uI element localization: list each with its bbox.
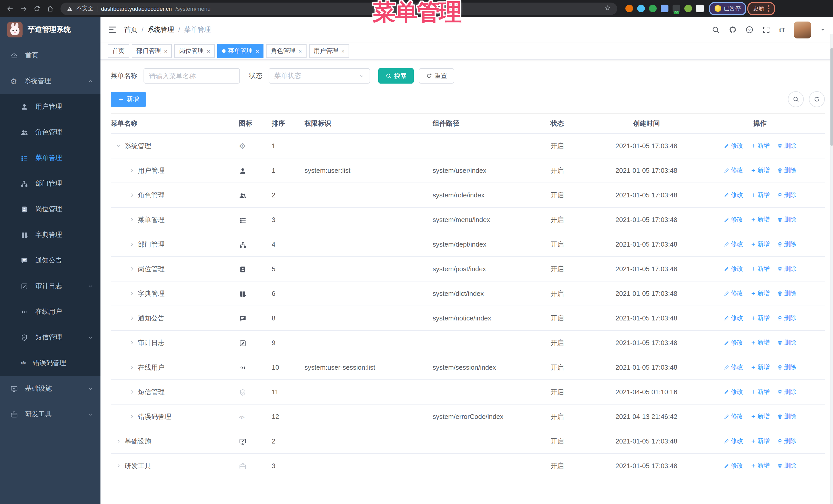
menu-name-input[interactable] — [144, 68, 240, 83]
bookmark-star-icon[interactable] — [604, 5, 611, 12]
table-row-dict[interactable]: 字典管理6system/dict/index开启2021-01-05 17:03… — [111, 281, 825, 306]
delete-link[interactable]: 删除 — [777, 437, 796, 446]
add-link[interactable]: 新增 — [750, 142, 770, 150]
github-icon[interactable] — [728, 26, 736, 34]
add-link[interactable]: 新增 — [750, 191, 770, 199]
edit-link[interactable]: 修改 — [723, 240, 743, 249]
add-link[interactable]: 新增 — [750, 289, 770, 298]
add-link[interactable]: 新增 — [750, 461, 770, 470]
search-button[interactable]: 搜索 — [378, 68, 414, 83]
add-link[interactable]: 新增 — [750, 265, 770, 273]
reset-button[interactable]: 重置 — [419, 68, 454, 83]
toggle-search-button[interactable] — [788, 91, 804, 107]
chevron-right-icon[interactable] — [116, 438, 121, 444]
edit-link[interactable]: 修改 — [723, 215, 743, 224]
close-icon[interactable]: × — [299, 48, 302, 54]
sidebar-item-menu[interactable]: 菜单管理 — [0, 145, 100, 171]
add-link[interactable]: 新增 — [750, 412, 770, 421]
sidebar-toggle-icon[interactable] — [108, 25, 117, 34]
sidebar-item-online[interactable]: 在线用户 — [0, 299, 100, 325]
delete-link[interactable]: 删除 — [777, 240, 796, 249]
extension-icon[interactable] — [661, 5, 668, 12]
add-link[interactable]: 新增 — [750, 338, 770, 347]
close-icon[interactable]: × — [164, 48, 167, 54]
table-row-notice[interactable]: 通知公告8system/notice/index开启2021-01-05 17:… — [111, 306, 825, 331]
help-icon[interactable]: ? — [745, 26, 753, 34]
back-icon[interactable] — [4, 2, 17, 15]
add-link[interactable]: 新增 — [750, 166, 770, 175]
fontsize-icon[interactable]: tT — [779, 26, 785, 33]
paused-chip[interactable]: 已暂停 — [709, 2, 746, 15]
table-row-auditlog[interactable]: 审计日志9开启2021-01-05 17:03:48修改新增删除 — [111, 331, 825, 355]
forward-icon[interactable] — [18, 2, 30, 15]
chevron-right-icon[interactable] — [129, 217, 135, 222]
edit-link[interactable]: 修改 — [723, 314, 743, 322]
add-link[interactable]: 新增 — [750, 363, 770, 372]
delete-link[interactable]: 删除 — [777, 289, 796, 298]
tab-home[interactable]: 首页 — [108, 44, 129, 58]
chevron-right-icon[interactable] — [129, 192, 135, 198]
edit-link[interactable]: 修改 — [723, 338, 743, 347]
add-link[interactable]: 新增 — [750, 314, 770, 322]
table-row-post[interactable]: 岗位管理5system/post/index开启2021-01-05 17:03… — [111, 257, 825, 281]
delete-link[interactable]: 删除 — [777, 314, 796, 322]
chevron-down-icon[interactable] — [116, 143, 121, 149]
delete-link[interactable]: 删除 — [777, 142, 796, 150]
delete-link[interactable]: 删除 — [777, 191, 796, 199]
page-scrollbar[interactable] — [830, 34, 833, 504]
logo-row[interactable]: 芋道管理系统 — [0, 17, 100, 43]
edit-link[interactable]: 修改 — [723, 388, 743, 396]
sidebar-item-infra[interactable]: 基础设施 — [0, 376, 100, 402]
chevron-right-icon[interactable] — [129, 340, 135, 345]
home-icon[interactable] — [44, 2, 56, 15]
chevron-right-icon[interactable] — [116, 463, 121, 469]
tab-role[interactable]: 角色管理× — [266, 44, 307, 58]
delete-link[interactable]: 删除 — [777, 166, 796, 175]
table-row-sms[interactable]: 短信管理11开启2021-04-05 01:10:16修改新增删除 — [111, 380, 825, 404]
tab-menu[interactable]: 菜单管理× — [217, 44, 264, 58]
table-row-user[interactable]: 用户管理1system:user:listsystem/user/index开启… — [111, 158, 825, 183]
fullscreen-icon[interactable] — [762, 26, 770, 34]
chevron-right-icon[interactable] — [129, 389, 135, 395]
extension-icon[interactable]: on — [672, 5, 680, 12]
add-link[interactable]: 新增 — [750, 437, 770, 446]
reload-icon[interactable] — [31, 2, 43, 15]
add-link[interactable]: 新增 — [750, 215, 770, 224]
sidebar-item-dict[interactable]: 字典管理 — [0, 222, 100, 248]
sidebar-item-devtool[interactable]: 研发工具 — [0, 402, 100, 427]
close-icon[interactable]: × — [341, 48, 345, 54]
add-link[interactable]: 新增 — [750, 240, 770, 249]
table-row-infra[interactable]: 基础设施2开启2021-01-05 17:03:48修改新增删除 — [111, 429, 825, 454]
add-link[interactable]: 新增 — [750, 388, 770, 396]
chevron-right-icon[interactable] — [129, 168, 135, 173]
sidebar-item-dept[interactable]: 部门管理 — [0, 171, 100, 196]
delete-link[interactable]: 删除 — [777, 412, 796, 421]
search-icon[interactable] — [711, 26, 719, 34]
sidebar-item-post[interactable]: 岗位管理 — [0, 196, 100, 222]
breadcrumb-system[interactable]: 系统管理 — [147, 25, 174, 34]
sidebar-item-home[interactable]: 首页 — [0, 43, 100, 68]
delete-link[interactable]: 删除 — [777, 265, 796, 273]
table-row-devtool[interactable]: 研发工具3开启2021-01-05 17:03:48修改新增删除 — [111, 454, 825, 478]
sidebar-item-system[interactable]: ⚙系统管理 — [0, 68, 100, 94]
tab-post[interactable]: 岗位管理× — [174, 44, 215, 58]
extension-icon[interactable] — [696, 5, 704, 12]
table-row-online[interactable]: 在线用户10system:user-session:listsystem/ses… — [111, 355, 825, 380]
address-bar[interactable]: 不安全 dashboard.yudao.iocoder.cn/system/me… — [61, 2, 617, 15]
chevron-right-icon[interactable] — [129, 315, 135, 321]
chevron-right-icon[interactable] — [129, 266, 135, 272]
delete-link[interactable]: 删除 — [777, 215, 796, 224]
edit-link[interactable]: 修改 — [723, 461, 743, 470]
table-row-dept[interactable]: 部门管理4system/dept/index开启2021-01-05 17:03… — [111, 232, 825, 257]
delete-link[interactable]: 删除 — [777, 363, 796, 372]
extension-icon[interactable] — [625, 5, 633, 12]
delete-link[interactable]: 删除 — [777, 388, 796, 396]
add-button[interactable]: 新增 — [111, 92, 146, 107]
extension-icon[interactable] — [649, 5, 657, 12]
breadcrumb-home[interactable]: 首页 — [124, 25, 137, 34]
tab-dept[interactable]: 部门管理× — [132, 44, 172, 58]
table-row-errorcode[interactable]: 错误码管理</>12system/errorCode/index开启2021-0… — [111, 404, 825, 429]
edit-link[interactable]: 修改 — [723, 412, 743, 421]
chevron-right-icon[interactable] — [129, 291, 135, 296]
sidebar-item-errorcode[interactable]: </>错误码管理 — [0, 350, 100, 376]
